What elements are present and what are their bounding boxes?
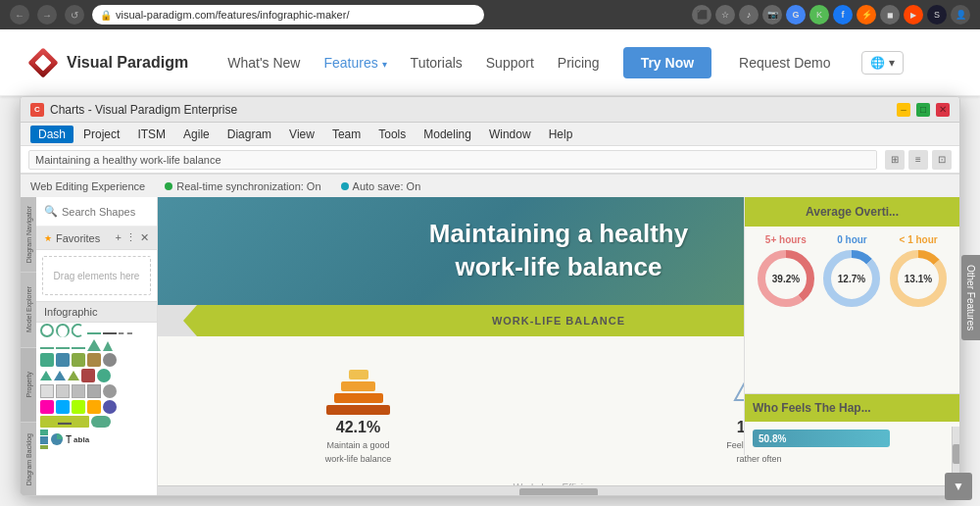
shape-arc[interactable] bbox=[56, 324, 70, 337]
menu-itsm[interactable]: ITSM bbox=[129, 126, 173, 143]
shape-lime[interactable] bbox=[72, 400, 85, 414]
scroll-down-button[interactable]: ▼ bbox=[945, 473, 972, 500]
browser-ext1[interactable]: ◼ bbox=[880, 5, 900, 25]
menu-view[interactable]: View bbox=[281, 126, 322, 143]
s-icon[interactable]: S bbox=[927, 5, 947, 25]
features-link[interactable]: Features ▾ bbox=[323, 55, 386, 71]
toolbar-icon-3[interactable]: ⊡ bbox=[932, 150, 952, 170]
bookmark-icon[interactable]: ☆ bbox=[715, 5, 735, 25]
maximize-button[interactable]: □ bbox=[916, 103, 930, 117]
user-icon[interactable]: 👤 bbox=[951, 5, 970, 25]
whats-new-link[interactable]: What's New bbox=[227, 55, 300, 71]
reddit-icon[interactable]: ▶ bbox=[904, 5, 923, 25]
close-button[interactable]: ✕ bbox=[936, 103, 950, 117]
menu-dash[interactable]: Dash bbox=[30, 126, 74, 143]
refresh-button[interactable]: ↺ bbox=[65, 5, 84, 25]
add-favorite-button[interactable]: + bbox=[116, 231, 122, 244]
try-now-button[interactable]: Try Now bbox=[623, 47, 711, 78]
site-logo[interactable]: Visual Paradigm bbox=[29, 49, 188, 76]
shape-dash[interactable] bbox=[103, 332, 117, 334]
shape-pill[interactable] bbox=[91, 416, 111, 428]
infographic-label: Infographic bbox=[44, 306, 97, 318]
tutorials-link[interactable]: Tutorials bbox=[411, 55, 463, 71]
menu-diagram[interactable]: Diagram bbox=[220, 126, 279, 143]
toolbar-icon-2[interactable]: ≡ bbox=[908, 150, 928, 170]
shape-tri-g[interactable] bbox=[40, 371, 52, 380]
shape-cir-5[interactable] bbox=[103, 384, 117, 398]
lightning-icon[interactable]: ⚡ bbox=[857, 5, 876, 25]
search-shapes-input[interactable] bbox=[62, 206, 158, 218]
extensions-icon[interactable]: ⬛ bbox=[692, 5, 711, 25]
language-selector[interactable]: 🌐 ▾ bbox=[861, 51, 904, 75]
other-features-tab[interactable]: Other Features bbox=[961, 255, 980, 340]
file-path[interactable]: Maintaining a healthy work-life balance bbox=[28, 150, 877, 170]
shape-rect-green[interactable] bbox=[40, 353, 54, 367]
infographic-section-header[interactable]: Infographic bbox=[36, 301, 157, 323]
back-button[interactable]: ← bbox=[10, 5, 29, 25]
shape-sq-3[interactable] bbox=[72, 384, 85, 398]
side-tab-property: Property bbox=[25, 372, 32, 397]
shape-tri-o[interactable] bbox=[68, 371, 79, 380]
shape-small-triangle[interactable] bbox=[103, 341, 113, 351]
shape-triangle[interactable] bbox=[87, 339, 101, 351]
scrollbar-thumb-vertical[interactable] bbox=[953, 444, 959, 464]
menu-help[interactable]: Help bbox=[541, 126, 581, 143]
shape-circle-gray[interactable] bbox=[103, 353, 117, 367]
shape-purple-circle[interactable] bbox=[103, 400, 117, 414]
shape-orange[interactable] bbox=[87, 400, 101, 414]
camera-icon[interactable]: 📷 bbox=[762, 5, 782, 25]
menu-tools[interactable]: Tools bbox=[370, 126, 414, 143]
support-link[interactable]: Support bbox=[486, 55, 534, 71]
horizontal-scrollbar[interactable] bbox=[158, 485, 959, 496]
menu-project[interactable]: Project bbox=[75, 126, 127, 143]
forward-button[interactable]: → bbox=[37, 5, 57, 25]
shape-c[interactable] bbox=[72, 324, 85, 337]
drag-drop-area: Drag elements here bbox=[42, 256, 151, 295]
manage-favorite-button[interactable]: ⋮ bbox=[125, 231, 136, 244]
music-icon[interactable]: ♪ bbox=[739, 5, 759, 25]
shape-line-2[interactable] bbox=[40, 347, 54, 349]
side-tab-4[interactable]: Diagram Backlog bbox=[21, 423, 36, 496]
menu-team[interactable]: Team bbox=[324, 126, 368, 143]
shape-line-3[interactable] bbox=[56, 347, 70, 349]
infographic-canvas[interactable]: Maintaining a healthy work-life balance … bbox=[158, 197, 959, 485]
toolbar-icon-1[interactable]: ⊞ bbox=[885, 150, 905, 170]
search-icon: 🔍 bbox=[44, 205, 58, 218]
shape-line[interactable] bbox=[87, 332, 101, 334]
shape-rect-olive[interactable] bbox=[72, 353, 85, 367]
shape-rect-blue[interactable] bbox=[56, 353, 70, 367]
shape-tri-b[interactable] bbox=[54, 371, 66, 380]
pricing-link[interactable]: Pricing bbox=[558, 55, 600, 71]
shape-pink[interactable] bbox=[40, 400, 54, 414]
shape-circle-outline[interactable] bbox=[40, 324, 54, 337]
shape-text-icon[interactable]: T bbox=[66, 434, 72, 445]
shape-cube-red[interactable] bbox=[81, 369, 95, 382]
side-tab-1[interactable]: Diagram Navigator bbox=[21, 197, 36, 272]
shape-pie[interactable] bbox=[50, 432, 64, 446]
shape-banner[interactable]: ▬▬ bbox=[40, 416, 89, 428]
shape-cyan[interactable] bbox=[56, 400, 70, 414]
shape-circle-g[interactable] bbox=[97, 369, 111, 382]
close-favorite-button[interactable]: ✕ bbox=[140, 231, 149, 244]
shape-sq-2[interactable] bbox=[56, 384, 70, 398]
menu-agile[interactable]: Agile bbox=[175, 126, 218, 143]
shape-bar-chart[interactable] bbox=[40, 430, 48, 449]
shape-line-4[interactable] bbox=[72, 347, 85, 349]
menu-window[interactable]: Window bbox=[481, 126, 539, 143]
address-bar[interactable]: 🔒 visual-paradigm.com/features/infograph… bbox=[92, 5, 484, 25]
request-demo-button[interactable]: Request Demo bbox=[739, 55, 830, 71]
shape-sq-4[interactable] bbox=[87, 384, 101, 398]
facebook-icon[interactable]: f bbox=[833, 5, 853, 25]
shape-dotted[interactable] bbox=[119, 332, 132, 334]
k-icon[interactable]: K bbox=[809, 5, 829, 25]
google-icon[interactable]: G bbox=[786, 5, 806, 25]
shape-data-icon[interactable]: abla bbox=[74, 435, 89, 444]
side-tab-3[interactable]: Property bbox=[21, 348, 36, 423]
menu-modeling[interactable]: Modeling bbox=[416, 126, 479, 143]
minimize-button[interactable]: – bbox=[897, 103, 910, 117]
status-bar: Web Editing Experience Real-time synchro… bbox=[21, 174, 959, 197]
shape-sq-1[interactable] bbox=[40, 384, 54, 398]
scrollbar-thumb-horizontal[interactable] bbox=[519, 488, 598, 496]
side-tab-2[interactable]: Model Explorer bbox=[21, 273, 36, 347]
shape-rect-brown[interactable] bbox=[87, 353, 101, 367]
